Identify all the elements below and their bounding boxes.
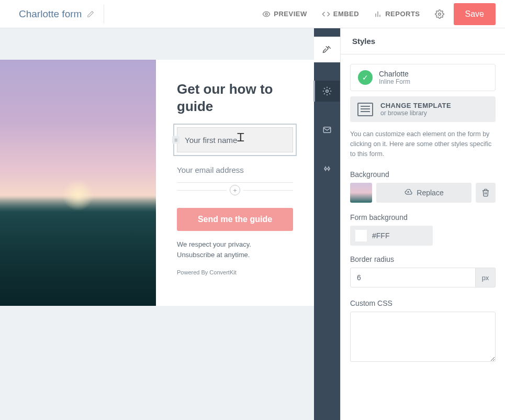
template-type: Inline Form (379, 78, 410, 85)
svg-point-5 (326, 90, 329, 93)
preview-button[interactable]: PREVIEW (262, 10, 307, 18)
replace-label: Replace (417, 189, 443, 197)
rail-styles-icon[interactable] (314, 37, 340, 63)
form-bg-label: Form background (350, 213, 496, 222)
template-name: Charlotte (379, 70, 410, 78)
rail-email-icon[interactable] (314, 119, 340, 140)
background-label: Background (350, 170, 496, 179)
svg-point-4 (438, 13, 441, 15)
sidebar-body: ✓ Charlotte Inline Form CHANGE TEMPLATE … (341, 54, 505, 420)
help-text: You can customize each element on the fo… (350, 129, 496, 159)
reports-button[interactable]: REPORTS (374, 10, 420, 18)
form-bg-value: #FFF (372, 231, 389, 240)
text-cursor-icon: Ꮖ (237, 131, 244, 145)
styles-sidebar: Styles ✓ Charlotte Inline Form CHANGE TE… (340, 28, 505, 420)
embed-button[interactable]: EMBED (322, 10, 359, 18)
sidebar-title: Styles (341, 28, 505, 54)
current-template-card[interactable]: ✓ Charlotte Inline Form (350, 64, 496, 91)
add-field-icon[interactable]: + (230, 185, 240, 195)
template-icon (357, 103, 373, 116)
email-field[interactable]: Your email address (177, 158, 293, 183)
form-preview: Get our how to guide ≡ Your first name Ꮖ… (0, 60, 314, 306)
custom-css-input[interactable] (350, 312, 496, 362)
change-template-sub: or browse library (380, 109, 451, 117)
replace-button[interactable]: Replace (376, 183, 472, 203)
css-label: Custom CSS (350, 299, 496, 307)
first-name-field[interactable]: ≡ Your first name Ꮖ (177, 127, 293, 152)
rail-general-settings-icon[interactable] (313, 81, 340, 102)
form-content-panel: Get our how to guide ≡ Your first name Ꮖ… (156, 60, 314, 306)
svg-point-7 (324, 168, 327, 170)
radius-unit: px (476, 268, 496, 288)
svg-point-8 (328, 168, 330, 170)
radius-label: Border radius (350, 255, 496, 263)
change-template-button[interactable]: CHANGE TEMPLATE or browse library (350, 96, 496, 122)
delete-background-button[interactable] (476, 183, 496, 203)
form-title: Charlotte form (19, 8, 82, 20)
top-toolbar: Charlotte form PREVIEW EMBED REPORTS Sav… (0, 0, 505, 28)
change-template-label: CHANGE TEMPLATE (380, 102, 451, 109)
form-heading[interactable]: Get our how to guide (177, 81, 302, 115)
privacy-text[interactable]: We respect your privacy. Unsubscribe at … (177, 239, 302, 260)
form-bg-picker[interactable]: #FFF (350, 226, 433, 246)
check-icon: ✓ (358, 70, 373, 85)
first-name-placeholder: Your first name (185, 136, 237, 145)
save-button[interactable]: Save (454, 3, 496, 25)
divider (104, 5, 104, 24)
radius-input[interactable] (350, 268, 476, 288)
submit-button[interactable]: Send me the guide (177, 208, 293, 231)
radius-row: px (350, 268, 496, 288)
svg-point-0 (265, 13, 267, 15)
embed-label: EMBED (333, 10, 359, 18)
edit-title-icon[interactable] (87, 10, 94, 18)
rail-advanced-icon[interactable] (314, 158, 340, 179)
color-swatch (355, 230, 367, 241)
background-thumbnail[interactable] (350, 183, 372, 203)
powered-by: Powered By ConvertKit (177, 269, 302, 275)
background-row: Replace (350, 183, 496, 203)
reports-label: REPORTS (385, 10, 420, 18)
main-area: Get our how to guide ≡ Your first name Ꮖ… (0, 28, 505, 420)
preview-label: PREVIEW (274, 10, 307, 18)
drag-handle-icon[interactable]: ≡ (172, 136, 179, 144)
side-rail (314, 28, 340, 420)
email-placeholder: Your email address (177, 165, 244, 174)
form-image-panel[interactable] (0, 60, 156, 306)
settings-icon[interactable] (435, 9, 444, 19)
add-field-row: + (177, 185, 293, 195)
editor-canvas[interactable]: Get our how to guide ≡ Your first name Ꮖ… (0, 28, 314, 420)
